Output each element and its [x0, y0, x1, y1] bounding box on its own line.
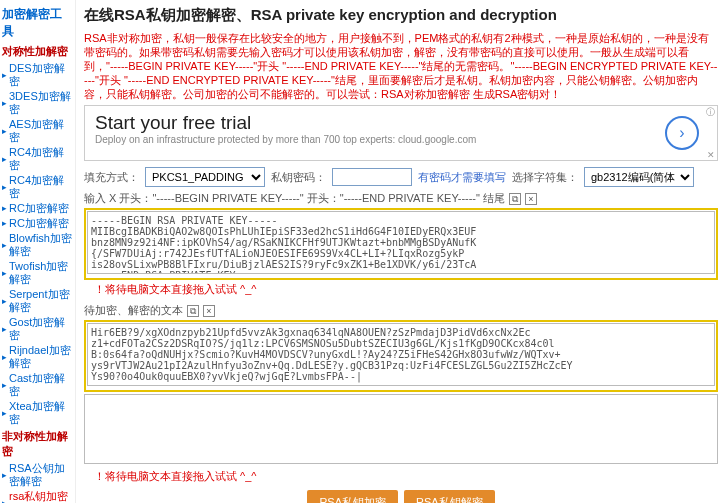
copy-icon[interactable]: ⧉: [187, 305, 199, 317]
bullet-icon: ▸: [2, 323, 7, 336]
ad-headline: Start your free trial: [95, 112, 707, 134]
sidebar-item[interactable]: ▸Serpent加密解密: [2, 287, 73, 315]
sidebar-group1: 对称性加解密: [2, 42, 73, 61]
sidebar-item[interactable]: ▸AES加密解密: [2, 117, 73, 145]
bullet-icon: ▸: [2, 497, 7, 504]
bullet-icon: ▸: [2, 379, 7, 392]
bullet-icon: ▸: [2, 351, 7, 364]
bullet-icon: ▸: [2, 181, 7, 194]
sidebar-item[interactable]: ▸Rijndael加密解密: [2, 343, 73, 371]
bullet-icon: ▸: [2, 202, 7, 215]
ad-info-icon[interactable]: ⓘ: [706, 106, 715, 119]
padding-select[interactable]: PKCS1_PADDING: [145, 167, 265, 187]
password-label: 私钥密码：: [271, 170, 326, 185]
extra-textarea[interactable]: [84, 394, 718, 464]
clear-icon[interactable]: ×: [203, 305, 215, 317]
sidebar-item[interactable]: ▸Gost加密解密: [2, 315, 73, 343]
drag-hint-2: ！将待电脑文本直接拖入试试 ^_^: [94, 469, 718, 484]
ad-subtext: Deploy on an infrastructure protected by…: [95, 134, 707, 145]
decrypt-button[interactable]: RSA私钥解密: [404, 490, 495, 503]
bullet-icon: ▸: [2, 125, 7, 138]
encrypt-button[interactable]: RSA私钥加密: [307, 490, 398, 503]
sidebar-item[interactable]: ▸Xtea加密解密: [2, 399, 73, 427]
bullet-icon: ▸: [2, 469, 7, 482]
text-input-label: 待加密、解密的文本 ⧉ ×: [84, 303, 718, 318]
bullet-icon: ▸: [2, 153, 7, 166]
sidebar-item[interactable]: ▸RC加密解密: [2, 201, 73, 216]
bullet-icon: ▸: [2, 69, 7, 82]
password-input[interactable]: [332, 168, 412, 186]
sidebar-item[interactable]: ▸RC4加密解密: [2, 173, 73, 201]
sidebar-item[interactable]: ▸Twofish加密解密: [2, 259, 73, 287]
ad-play-icon[interactable]: ›: [665, 116, 699, 150]
sidebar-item[interactable]: ▸RSA公钥加密解密: [2, 461, 73, 489]
info-text: RSA非对称加密，私钥一般保存在比较安全的地方，用户接触不到，PEM格式的私钥有…: [84, 31, 718, 101]
main-content: 在线RSA私钥加密解密、RSA private key encryption a…: [76, 0, 726, 503]
sidebar-item[interactable]: ▸rsa私钥加密解密: [2, 489, 73, 503]
bullet-icon: ▸: [2, 217, 7, 230]
sidebar-item[interactable]: ▸Blowfish加密解密: [2, 231, 73, 259]
private-key-textarea[interactable]: [87, 211, 715, 274]
sidebar-title: 加密解密工具: [2, 4, 73, 42]
sidebar-item[interactable]: ▸Cast加密解密: [2, 371, 73, 399]
bullet-icon: ▸: [2, 407, 7, 420]
bullet-icon: ▸: [2, 97, 7, 110]
sidebar: 加密解密工具 对称性加解密 ▸DES加密解密▸3DES加密解密▸AES加密解密▸…: [0, 0, 76, 503]
content-textarea[interactable]: [87, 323, 715, 386]
padding-label: 填充方式：: [84, 170, 139, 185]
bullet-icon: ▸: [2, 267, 7, 280]
ad-close-icon[interactable]: ✕: [707, 150, 715, 160]
copy-icon[interactable]: ⧉: [509, 193, 521, 205]
options-row: 填充方式： PKCS1_PADDING 私钥密码： 有密码才需要填写 选择字符集…: [84, 167, 718, 187]
ad-banner[interactable]: ⓘ ✕ Start your free trial Deploy on an i…: [84, 105, 718, 161]
sidebar-item[interactable]: ▸RC4加密解密: [2, 145, 73, 173]
sidebar-item[interactable]: ▸3DES加密解密: [2, 89, 73, 117]
clear-icon[interactable]: ×: [525, 193, 537, 205]
sidebar-item[interactable]: ▸DES加密解密: [2, 61, 73, 89]
password-hint: 有密码才需要填写: [418, 170, 506, 185]
sidebar-item[interactable]: ▸RC加密解密: [2, 216, 73, 231]
key-input-label: 输入 X 开头："-----BEGIN PRIVATE KEY-----" 开头…: [84, 191, 718, 206]
bullet-icon: ▸: [2, 239, 7, 252]
drag-hint-1: ！将待电脑文本直接拖入试试 ^_^: [94, 282, 718, 297]
sidebar-group2: 非对称性加解密: [2, 427, 73, 461]
charset-select[interactable]: gb2312编码(简体): [584, 167, 694, 187]
bullet-icon: ▸: [2, 295, 7, 308]
charset-label: 选择字符集：: [512, 170, 578, 185]
page-title: 在线RSA私钥加密解密、RSA private key encryption a…: [84, 4, 718, 31]
